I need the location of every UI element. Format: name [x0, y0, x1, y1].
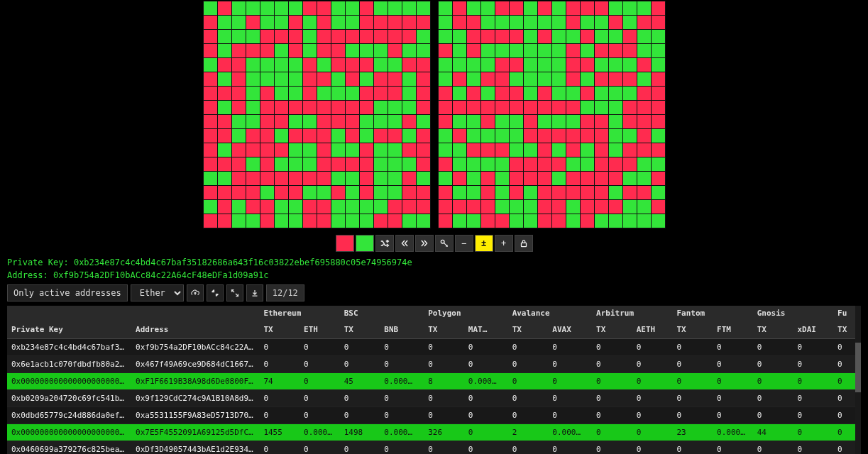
- bit-cell[interactable]: [374, 157, 388, 171]
- bit-cell[interactable]: [538, 200, 551, 214]
- bit-cell[interactable]: [360, 172, 373, 185]
- bit-cell[interactable]: [581, 129, 594, 143]
- bit-cell[interactable]: [595, 87, 608, 100]
- bit-cell[interactable]: [609, 115, 622, 128]
- bit-cell[interactable]: [453, 1, 466, 15]
- bit-cell[interactable]: [346, 157, 359, 171]
- plus-button[interactable]: +: [495, 235, 513, 252]
- bit-cell[interactable]: [331, 1, 345, 15]
- bit-cell[interactable]: [360, 143, 373, 157]
- bit-cell[interactable]: [595, 44, 608, 57]
- bit-cell[interactable]: [453, 214, 466, 228]
- bit-cell[interactable]: [402, 58, 416, 72]
- bit-cell[interactable]: [495, 214, 509, 228]
- bit-cell[interactable]: [439, 214, 452, 228]
- bit-cell[interactable]: [388, 72, 402, 86]
- bit-cell[interactable]: [510, 1, 523, 15]
- bit-cell[interactable]: [581, 143, 594, 157]
- bit-cell[interactable]: [623, 16, 637, 29]
- bit-cell[interactable]: [510, 129, 523, 143]
- bit-cell[interactable]: [552, 72, 566, 86]
- bit-cell[interactable]: [388, 186, 402, 199]
- bit-cell[interactable]: [481, 87, 495, 100]
- bit-cell[interactable]: [652, 16, 665, 29]
- bit-cell[interactable]: [303, 143, 317, 157]
- bit-cell[interactable]: [510, 186, 523, 199]
- bit-cell[interactable]: [623, 172, 637, 185]
- bit-cell[interactable]: [623, 30, 637, 43]
- bit-cell[interactable]: [260, 200, 274, 214]
- bit-cell[interactable]: [623, 44, 637, 57]
- bit-cell[interactable]: [360, 101, 373, 114]
- bit-cell[interactable]: [566, 30, 580, 43]
- bit-cell[interactable]: [566, 172, 580, 185]
- bit-cell[interactable]: [581, 44, 594, 57]
- bit-cell[interactable]: [495, 129, 509, 143]
- bit-cell[interactable]: [388, 129, 402, 143]
- bit-cell[interactable]: [331, 172, 345, 185]
- bit-cell[interactable]: [374, 101, 388, 114]
- bit-cell[interactable]: [417, 186, 430, 199]
- bit-cell[interactable]: [232, 200, 246, 214]
- bit-cell[interactable]: [481, 1, 495, 15]
- bit-cell[interactable]: [331, 157, 345, 171]
- bit-cell[interactable]: [260, 72, 274, 86]
- bit-cell[interactable]: [246, 186, 260, 199]
- bit-cell[interactable]: [623, 87, 637, 100]
- table-row[interactable]: 0x00000000000000000000000…0x7E5F4552091A…: [7, 424, 855, 441]
- bit-cell[interactable]: [317, 186, 331, 199]
- bit-cell[interactable]: [289, 101, 302, 114]
- bit-cell[interactable]: [232, 44, 246, 57]
- bit-cell[interactable]: [467, 115, 480, 128]
- bit-cell[interactable]: [467, 30, 480, 43]
- bit-cell[interactable]: [331, 16, 345, 29]
- bit-cell[interactable]: [260, 129, 274, 143]
- bit-cell[interactable]: [524, 44, 537, 57]
- bit-cell[interactable]: [439, 172, 452, 185]
- bit-cell[interactable]: [331, 129, 345, 143]
- bit-cell[interactable]: [481, 129, 495, 143]
- bit-cell[interactable]: [453, 72, 466, 86]
- bit-cell[interactable]: [275, 72, 288, 86]
- bit-cell[interactable]: [439, 115, 452, 128]
- bit-cell[interactable]: [303, 44, 317, 57]
- bit-cell[interactable]: [388, 1, 402, 15]
- bit-cell[interactable]: [374, 115, 388, 128]
- bit-cell[interactable]: [317, 58, 331, 72]
- bit-cell[interactable]: [303, 172, 317, 185]
- bit-cell[interactable]: [331, 87, 345, 100]
- bit-cell[interactable]: [317, 1, 331, 15]
- bit-cell[interactable]: [495, 200, 509, 214]
- bit-cell[interactable]: [218, 172, 231, 185]
- bit-cell[interactable]: [204, 157, 217, 171]
- bit-cell[interactable]: [467, 44, 480, 57]
- bit-cell[interactable]: [374, 172, 388, 185]
- bit-cell[interactable]: [439, 58, 452, 72]
- bit-cell[interactable]: [566, 214, 580, 228]
- bit-cell[interactable]: [495, 58, 509, 72]
- bit-cell[interactable]: [623, 58, 637, 72]
- bit-cell[interactable]: [289, 58, 302, 72]
- bit-cell[interactable]: [346, 58, 359, 72]
- bit-cell[interactable]: [581, 186, 594, 199]
- bit-cell[interactable]: [204, 200, 217, 214]
- shuffle-button[interactable]: [375, 235, 394, 252]
- bit-cell[interactable]: [538, 143, 551, 157]
- bit-cell[interactable]: [566, 157, 580, 171]
- bit-cell[interactable]: [346, 101, 359, 114]
- bit-cell[interactable]: [637, 101, 651, 114]
- bit-cell[interactable]: [467, 143, 480, 157]
- bit-cell[interactable]: [481, 72, 495, 86]
- bit-cell[interactable]: [232, 30, 246, 43]
- bit-cell[interactable]: [402, 129, 416, 143]
- bit-cell[interactable]: [317, 30, 331, 43]
- bit-cell[interactable]: [289, 115, 302, 128]
- bit-cell[interactable]: [439, 200, 452, 214]
- bit-cell[interactable]: [331, 72, 345, 86]
- bit-cell[interactable]: [374, 87, 388, 100]
- bit-cell[interactable]: [246, 143, 260, 157]
- bit-cell[interactable]: [552, 143, 566, 157]
- bit-cell[interactable]: [566, 58, 580, 72]
- bit-cell[interactable]: [417, 115, 430, 128]
- bit-cell[interactable]: [218, 214, 231, 228]
